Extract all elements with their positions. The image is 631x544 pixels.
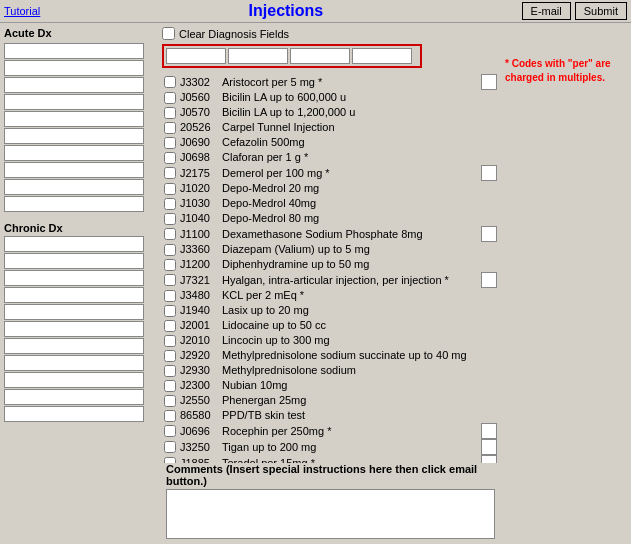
injection-checkbox-19[interactable] bbox=[164, 365, 176, 377]
list-item: J1200Diphenhydramine up to 50 mg bbox=[162, 257, 499, 272]
injection-code: J2010 bbox=[180, 333, 218, 348]
injection-checkbox-16[interactable] bbox=[164, 320, 176, 332]
injection-checkbox-11[interactable] bbox=[164, 244, 176, 256]
submit-button[interactable]: Submit bbox=[575, 2, 627, 20]
injection-checkbox-17[interactable] bbox=[164, 335, 176, 347]
injection-right-checkbox[interactable] bbox=[481, 74, 497, 90]
injection-code: J1100 bbox=[180, 227, 218, 242]
list-item: J1040Depo-Medrol 80 mg bbox=[162, 211, 499, 226]
injection-checkbox-9[interactable] bbox=[164, 213, 176, 225]
injection-right-checkbox[interactable] bbox=[481, 165, 497, 181]
injection-checkbox-0[interactable] bbox=[164, 76, 176, 88]
injection-checkbox-18[interactable] bbox=[164, 350, 176, 362]
chronic-dx-input-1[interactable] bbox=[4, 236, 144, 252]
injection-checkbox-24[interactable] bbox=[164, 441, 176, 453]
acute-dx-fields bbox=[4, 43, 156, 212]
injection-checkbox-12[interactable] bbox=[164, 259, 176, 271]
acute-dx-input-7[interactable] bbox=[4, 145, 144, 161]
injection-desc: Rocephin per 250mg * bbox=[222, 424, 477, 439]
injection-checkbox-6[interactable] bbox=[164, 167, 176, 179]
injection-checkbox-8[interactable] bbox=[164, 198, 176, 210]
injection-right-checkbox[interactable] bbox=[481, 423, 497, 439]
diag-code-4[interactable] bbox=[352, 48, 412, 64]
list-item: J0690Cefazolin 500mg bbox=[162, 135, 499, 150]
injection-desc: Bicilin LA up to 1,200,000 u bbox=[222, 105, 497, 120]
comments-textarea[interactable] bbox=[166, 489, 495, 539]
injection-checkbox-23[interactable] bbox=[164, 425, 176, 437]
center-panel: Clear Diagnosis Fields J3302Aristocort p… bbox=[160, 23, 501, 543]
list-item: J0696Rocephin per 250mg * bbox=[162, 423, 499, 439]
injection-checkbox-21[interactable] bbox=[164, 395, 176, 407]
chronic-dx-input-8[interactable] bbox=[4, 355, 144, 371]
injection-checkbox-4[interactable] bbox=[164, 137, 176, 149]
injection-desc: PPD/TB skin test bbox=[222, 408, 497, 423]
injection-desc: Nubian 10mg bbox=[222, 378, 497, 393]
injection-desc: Depo-Medrol 80 mg bbox=[222, 211, 497, 226]
clear-diagnosis-checkbox[interactable] bbox=[162, 27, 175, 40]
injection-checkbox-3[interactable] bbox=[164, 122, 176, 134]
chronic-dx-input-2[interactable] bbox=[4, 253, 144, 269]
diag-code-1[interactable] bbox=[166, 48, 226, 64]
injection-checkbox-20[interactable] bbox=[164, 380, 176, 392]
acute-dx-input-8[interactable] bbox=[4, 162, 144, 178]
injection-right-checkbox[interactable] bbox=[481, 455, 497, 463]
injection-checkbox-13[interactable] bbox=[164, 274, 176, 286]
acute-dx-input-6[interactable] bbox=[4, 128, 144, 144]
acute-dx-input-9[interactable] bbox=[4, 179, 144, 195]
injection-checkbox-1[interactable] bbox=[164, 92, 176, 104]
email-button[interactable]: E-mail bbox=[522, 2, 571, 20]
injection-desc: Phenergan 25mg bbox=[222, 393, 497, 408]
list-item: J2300Nubian 10mg bbox=[162, 378, 499, 393]
injection-code: J2920 bbox=[180, 348, 218, 363]
clear-diagnosis-label: Clear Diagnosis Fields bbox=[179, 28, 289, 40]
injection-desc: Diphenhydramine up to 50 mg bbox=[222, 257, 497, 272]
acute-dx-input-2[interactable] bbox=[4, 60, 144, 76]
diag-code-3[interactable] bbox=[290, 48, 350, 64]
chronic-dx-input-7[interactable] bbox=[4, 338, 144, 354]
list-item: J1940Lasix up to 20 mg bbox=[162, 303, 499, 318]
injection-checkbox-5[interactable] bbox=[164, 152, 176, 164]
acute-dx-input-4[interactable] bbox=[4, 94, 144, 110]
tutorial-link[interactable]: Tutorial bbox=[4, 5, 40, 17]
injection-code: J0696 bbox=[180, 424, 218, 439]
list-item: J1885Toradol per 15mg * bbox=[162, 455, 499, 463]
list-item: J0560Bicilin LA up to 600,000 u bbox=[162, 90, 499, 105]
acute-dx-input-10[interactable] bbox=[4, 196, 144, 212]
chronic-dx-input-5[interactable] bbox=[4, 304, 144, 320]
injection-desc: Hyalgan, intra-articular injection, per … bbox=[222, 273, 477, 288]
right-panel: * Codes with "per" are charged in multip… bbox=[501, 23, 631, 543]
acute-dx-input-5[interactable] bbox=[4, 111, 144, 127]
injection-checkbox-14[interactable] bbox=[164, 290, 176, 302]
injection-desc: Methylprednisolone sodium bbox=[222, 363, 497, 378]
chronic-dx-input-9[interactable] bbox=[4, 372, 144, 388]
injection-checkbox-7[interactable] bbox=[164, 183, 176, 195]
injection-checkbox-22[interactable] bbox=[164, 410, 176, 422]
chronic-dx-section: Chronic Dx bbox=[4, 222, 156, 422]
chronic-dx-input-6[interactable] bbox=[4, 321, 144, 337]
chronic-dx-input-11[interactable] bbox=[4, 406, 144, 422]
injection-right-checkbox[interactable] bbox=[481, 439, 497, 455]
injection-right-checkbox[interactable] bbox=[481, 272, 497, 288]
chronic-dx-input-3[interactable] bbox=[4, 270, 144, 286]
injection-checkbox-2[interactable] bbox=[164, 107, 176, 119]
injection-code: J2930 bbox=[180, 363, 218, 378]
acute-dx-input-1[interactable] bbox=[4, 43, 144, 59]
injection-code: J2001 bbox=[180, 318, 218, 333]
injection-desc: Demerol per 100 mg * bbox=[222, 166, 477, 181]
injection-code: J2300 bbox=[180, 378, 218, 393]
injection-checkbox-10[interactable] bbox=[164, 228, 176, 240]
clear-diagnosis-row: Clear Diagnosis Fields bbox=[162, 27, 499, 40]
chronic-dx-input-10[interactable] bbox=[4, 389, 144, 405]
list-item: J1100Dexamethasone Sodium Phosphate 8mg bbox=[162, 226, 499, 242]
injection-desc: Lidocaine up to 50 cc bbox=[222, 318, 497, 333]
diag-code-2[interactable] bbox=[228, 48, 288, 64]
list-item: J2550Phenergan 25mg bbox=[162, 393, 499, 408]
list-item: J0570Bicilin LA up to 1,200,000 u bbox=[162, 105, 499, 120]
acute-dx-input-3[interactable] bbox=[4, 77, 144, 93]
injection-right-checkbox[interactable] bbox=[481, 226, 497, 242]
comments-label: Comments (Insert special instructions he… bbox=[166, 463, 495, 487]
chronic-dx-input-4[interactable] bbox=[4, 287, 144, 303]
injection-desc: Cefazolin 500mg bbox=[222, 135, 497, 150]
injection-checkbox-15[interactable] bbox=[164, 305, 176, 317]
injection-desc: Depo-Medrol 20 mg bbox=[222, 181, 497, 196]
